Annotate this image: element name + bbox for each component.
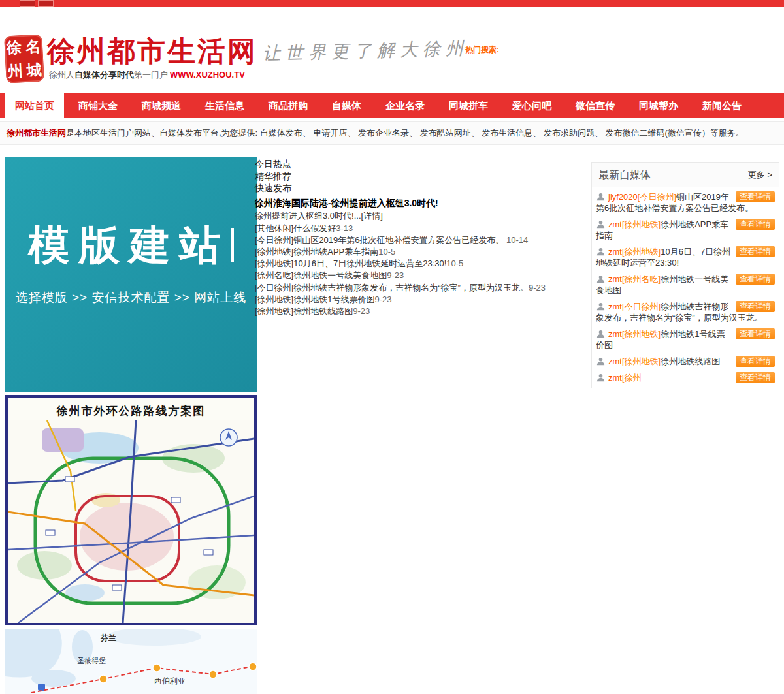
view-detail-button[interactable]: 查看详情 <box>736 219 775 230</box>
zmt-item[interactable]: 查看详情 zmt[徐州地铁]徐州地铁APP乘车指南 <box>596 219 775 241</box>
nav-item-group-buy[interactable]: 商品拼购 <box>259 93 318 118</box>
tab-featured[interactable]: 精华推荐 <box>255 170 585 183</box>
zmt-category: [徐州地铁] <box>622 329 661 339</box>
user-avatar-icon <box>596 192 606 202</box>
zmt-item[interactable]: 查看详情 zmt[徐州地铁]徐州地铁1号线票价图 <box>596 328 775 351</box>
hot-search-label: 热门搜索: <box>465 44 499 55</box>
news-item[interactable]: [其他休闲]什么假发好3-13 <box>255 223 585 234</box>
news-item[interactable]: [徐州地铁]10月6日、7日徐州地铁延时运营至23:30!10-5 <box>255 258 585 270</box>
zmt-category: [徐州 <box>622 373 642 383</box>
logo-char: 名 <box>23 35 43 59</box>
featured-summary[interactable]: 徐州提前进入枢纽3.0时代!...[详情] <box>255 211 383 221</box>
news-category: [徐州名吃] <box>255 270 293 280</box>
view-detail-button[interactable]: 查看详情 <box>736 356 775 367</box>
nav-item-home[interactable]: 网站首页 <box>5 93 64 118</box>
zmt-user[interactable]: zmt <box>608 247 622 257</box>
view-detail-button[interactable]: 查看详情 <box>736 372 775 383</box>
user-avatar-icon <box>596 329 606 339</box>
zmt-item[interactable]: 查看详情 zmt[徐州地铁]徐州地铁线路图 <box>596 356 775 367</box>
news-category: [今日徐州] <box>255 283 293 292</box>
zmt-item[interactable]: 查看详情 zmt[今日徐州]徐州地铁吉祥物形象发布，吉祥物名为“徐宝”，原型为汉… <box>596 301 775 323</box>
news-item[interactable]: [徐州地铁]徐州地铁APP乘车指南10-5 <box>255 246 585 258</box>
map-label-finland: 芬兰 <box>101 633 116 644</box>
panel-title: 最新自媒体 <box>598 169 651 180</box>
zmt-item[interactable]: 查看详情 zmt[徐州 <box>596 372 775 383</box>
tab-today-hot[interactable]: 今日热点 <box>255 158 585 170</box>
more-link[interactable]: 更多 > <box>748 163 772 187</box>
banner-steps: 选择模版 >> 安信技术配置 >> 网站上线 <box>16 289 247 306</box>
featured-headline[interactable]: 徐州淮海国际陆港-徐州提前进入枢纽3.0时代! <box>255 197 585 210</box>
zmt-category: [今日徐州] <box>622 302 661 311</box>
news-date: 9-23 <box>387 270 404 280</box>
news-title: 10月6日、7日徐州地铁延时运营至23:30! <box>293 259 446 268</box>
slogan-text: 让世界更了解大徐州 <box>263 37 469 65</box>
user-avatar-icon <box>596 247 606 257</box>
view-detail-button[interactable]: 查看详情 <box>736 246 775 257</box>
zmt-user[interactable]: zmt <box>608 302 622 311</box>
nav-item-shops[interactable]: 商铺大全 <box>69 93 127 118</box>
view-detail-button[interactable]: 查看详情 <box>736 328 775 339</box>
page: 名 城 徐 州 徐州都市生活网 徐州人自媒体分享时代第一门户WWW.XUZHOU… <box>0 0 784 694</box>
news-date: 9-23 <box>529 283 546 292</box>
zmt-category: [徐州地铁] <box>622 247 661 257</box>
ring-road-map-image[interactable]: 徐州市外环公路路线方案图 <box>5 395 257 625</box>
user-avatar-icon <box>596 373 606 383</box>
nav-item-city-help[interactable]: 同城帮办 <box>629 93 688 118</box>
nav-item-self-media[interactable]: 自媒体 <box>322 93 371 118</box>
news-title: 铜山区2019年第6批次征地补偿安置方案公告已经发布。 <box>293 235 504 245</box>
topbar-icon[interactable] <box>20 0 35 7</box>
zmt-user[interactable]: zmt <box>608 219 622 229</box>
nav-item-life-info[interactable]: 生活信息 <box>195 93 254 118</box>
news-item[interactable]: [今日徐州]徐州地铁吉祥物形象发布，吉祥物名为“徐宝”，原型为汉玉龙。9-23 <box>255 282 585 294</box>
nav-item-mall[interactable]: 商城频道 <box>132 93 191 118</box>
view-detail-button[interactable]: 查看详情 <box>736 274 775 285</box>
zmt-item[interactable]: 查看详情 jlyf2020[今日徐州]铜山区2019年第6批次征地补偿安置方案公… <box>596 191 775 213</box>
news-title: 徐州地铁1号线票价图 <box>293 294 374 304</box>
subtitle-prefix: 徐州人 <box>49 70 74 80</box>
zmt-user[interactable]: zmt <box>608 373 622 383</box>
news-category: [今日徐州] <box>255 235 293 245</box>
topbar <box>0 0 784 7</box>
template-builder-banner[interactable]: 模版建站 选择模版 >> 安信技术配置 >> 网站上线 <box>5 157 257 392</box>
news-item[interactable]: [徐州地铁]徐州地铁线路图9-23 <box>255 306 585 317</box>
news-date: 10-14 <box>504 235 528 245</box>
zmt-user[interactable]: zmt <box>608 329 622 339</box>
site-title[interactable]: 徐州都市生活网 <box>47 33 257 71</box>
tab-quick-publish[interactable]: 快速发布 <box>255 182 585 195</box>
map-label-siberia: 西伯利亚 <box>154 676 186 687</box>
nav-item-company-directory[interactable]: 企业名录 <box>376 93 434 118</box>
news-category: [徐州地铁] <box>255 247 293 257</box>
news-item[interactable]: [徐州名吃]徐州地铁一号线美食地图9-23 <box>255 270 585 281</box>
nav-item-wechat-promo[interactable]: 微信宣传 <box>566 93 625 118</box>
news-item[interactable]: [今日徐州]铜山区2019年第6批次征地补偿安置方案公告已经发布。 10-14 <box>255 234 585 246</box>
news-title: 徐州地铁线路图 <box>293 306 353 316</box>
eurasia-rail-map-image[interactable]: 芬兰 圣彼得堡 西伯利亚 <box>5 629 257 694</box>
news-title: 徐州地铁APP乘车指南 <box>293 247 378 257</box>
news-item[interactable]: [徐州地铁]徐州地铁1号线票价图9-23 <box>255 294 585 306</box>
view-detail-button[interactable]: 查看详情 <box>736 301 775 312</box>
zmt-category: [今日徐州] <box>638 192 676 202</box>
main-nav: 网站首页 商铺大全 商城频道 生活信息 商品拼购 自媒体 企业名录 同城拼车 爱… <box>0 93 784 118</box>
zmt-category: [徐州地铁] <box>622 219 661 229</box>
zmt-user[interactable]: zmt <box>608 274 622 284</box>
nav-item-carpool[interactable]: 同城拼车 <box>439 93 498 118</box>
header: 名 城 徐 州 徐州都市生活网 徐州人自媒体分享时代第一门户WWW.XUZHOU… <box>0 7 784 93</box>
zmt-user[interactable]: zmt <box>608 356 622 366</box>
site-logo-seal[interactable]: 名 城 徐 州 <box>4 35 44 84</box>
news-date: 3-13 <box>336 223 353 233</box>
logo-char: 州 <box>5 59 25 83</box>
site-url[interactable]: WWW.XUZHOU.TV <box>170 70 245 80</box>
view-detail-button[interactable]: 查看详情 <box>736 191 775 202</box>
news-panel: 今日热点 精华推荐 快速发布 徐州淮海国际陆港-徐州提前进入枢纽3.0时代! 徐… <box>255 158 585 317</box>
topbar-icon[interactable] <box>38 0 54 7</box>
zmt-item[interactable]: 查看详情 zmt[徐州名吃]徐州地铁一号线美食地图 <box>596 274 775 296</box>
latest-self-media-panel: 更多 > 最新自媒体 查看详情 jlyf2020[今日徐州]铜山区2019年第6… <box>591 162 779 388</box>
nav-item-qa[interactable]: 爱心问吧 <box>502 93 561 118</box>
compass-icon <box>220 429 237 446</box>
zmt-user[interactable]: jlyf2020 <box>608 192 638 202</box>
zmt-item[interactable]: 查看详情 zmt[徐州地铁]10月6日、7日徐州地铁延时运营至23:30! <box>596 246 775 268</box>
nav-item-announcements[interactable]: 新闻公告 <box>693 93 751 118</box>
news-date: 9-23 <box>353 306 370 316</box>
cursor-bar <box>231 228 234 262</box>
news-tabs: 今日热点 精华推荐 快速发布 <box>255 158 585 195</box>
